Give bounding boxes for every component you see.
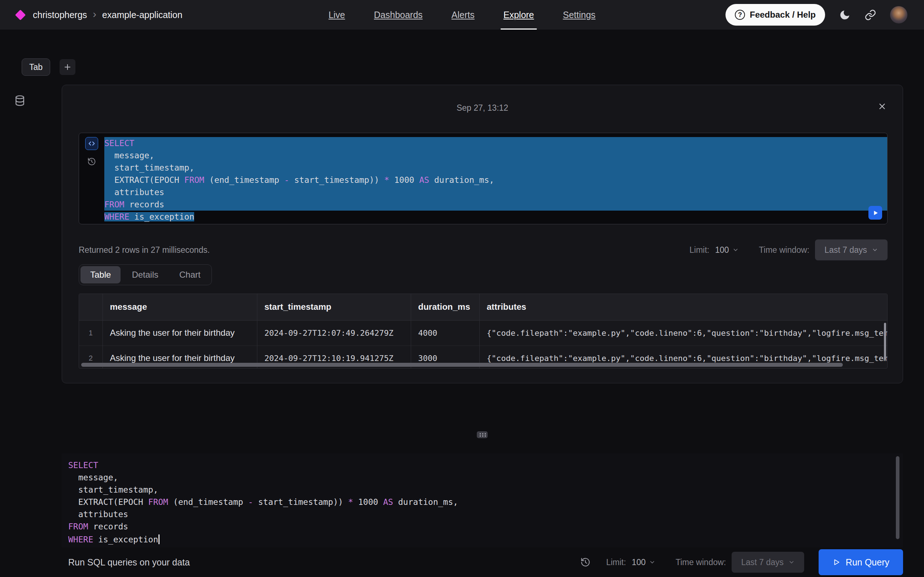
- sql-token: is_exception: [93, 535, 158, 544]
- sql-token: WHERE: [68, 535, 93, 544]
- sql-editor[interactable]: SELECT message, start_timestamp, EXTRACT…: [62, 453, 903, 548]
- table-horizontal-scrollbar[interactable]: [81, 363, 843, 367]
- sql-line: FROM records: [68, 521, 903, 533]
- table-row[interactable]: 1Asking the user for their birthday2024-…: [79, 320, 887, 345]
- sql-token: start_timestamp)): [253, 497, 348, 507]
- result-tab-table[interactable]: Table: [81, 266, 121, 284]
- share-link-button[interactable]: [864, 9, 876, 21]
- close-button[interactable]: [875, 100, 889, 113]
- splitter-handle[interactable]: [477, 431, 488, 438]
- footer-time-window-value: Last 7 days: [741, 558, 783, 567]
- breadcrumb-project[interactable]: example-application: [102, 10, 182, 20]
- link-icon: [864, 9, 876, 21]
- footer-time-window-select[interactable]: Last 7 days: [732, 552, 804, 573]
- nav-menu: LiveDashboardsAlertsExploreSettings: [328, 0, 596, 29]
- sql-line: EXTRACT(EPOCH FROM (end_timestamp - star…: [68, 496, 903, 508]
- sql-token: EXTRACT(EPOCH: [68, 497, 149, 507]
- query-history-card: Sep 27, 13:12 SELECT message, start_time…: [62, 85, 903, 384]
- footer-limit-select[interactable]: 100: [632, 558, 655, 567]
- query-tab[interactable]: Tab: [22, 58, 50, 76]
- history-icon: [87, 157, 96, 166]
- sql-line: message,: [104, 149, 887, 161]
- history-sql-block: SELECT message, start_timestamp, EXTRACT…: [79, 133, 888, 224]
- breadcrumb-org[interactable]: christophergs: [33, 10, 87, 20]
- table-header-row: messagestart_timestampduration_msattribu…: [79, 294, 887, 320]
- sql-line: attributes: [68, 508, 903, 521]
- history-sql-code[interactable]: SELECT message, start_timestamp, EXTRACT…: [104, 133, 887, 224]
- chevron-down-icon: [788, 559, 795, 566]
- sql-token: records: [124, 200, 164, 209]
- run-query-button[interactable]: Run Query: [819, 549, 903, 575]
- sql-token: FROM: [184, 175, 204, 185]
- editor-sql-code[interactable]: SELECT message, start_timestamp, EXTRACT…: [62, 453, 903, 545]
- sql-token: *: [384, 175, 389, 185]
- code-mode-button[interactable]: [85, 137, 98, 150]
- nav-item-alerts[interactable]: Alerts: [452, 0, 475, 29]
- query-history-button[interactable]: [86, 156, 97, 167]
- feedback-help-label: Feedback / Help: [750, 10, 816, 20]
- cell-attributes[interactable]: {"code.filepath":"example.py","code.line…: [479, 320, 887, 345]
- cell-start_timestamp[interactable]: 2024-09-27T12:07:49.264279Z: [257, 320, 411, 345]
- footer-limit-label: Limit:: [606, 558, 626, 567]
- chevron-down-icon: [872, 247, 878, 253]
- sql-token: (end_timestamp: [168, 497, 248, 507]
- run-query-mini-button[interactable]: [868, 206, 882, 220]
- feedback-help-button[interactable]: ? Feedback / Help: [725, 4, 825, 26]
- result-status: Returned 2 rows in 27 milliseconds.: [79, 245, 210, 255]
- cell-duration_ms[interactable]: 4000: [411, 320, 479, 345]
- play-icon: [872, 210, 879, 216]
- history-icon: [580, 557, 591, 567]
- theme-toggle-button[interactable]: [839, 9, 851, 21]
- column-header-row-number: [79, 294, 102, 320]
- column-header-start_timestamp[interactable]: start_timestamp: [257, 294, 411, 320]
- sql-token: start_timestamp)): [289, 175, 384, 185]
- footer-history-button[interactable]: [580, 557, 591, 567]
- chevron-down-icon: [649, 559, 656, 566]
- time-window-value: Last 7 days: [824, 245, 867, 255]
- avatar[interactable]: [890, 6, 908, 23]
- result-tab-chart[interactable]: Chart: [170, 266, 210, 284]
- sql-token: start_timestamp,: [104, 163, 194, 172]
- sql-line: WHERE is_exception: [104, 211, 887, 223]
- sql-token: FROM: [68, 522, 88, 531]
- limit-value: 100: [715, 245, 729, 255]
- sql-token: attributes: [104, 187, 164, 197]
- help-icon: ?: [735, 10, 745, 20]
- column-header-duration_ms[interactable]: duration_ms: [411, 294, 479, 320]
- cell-message[interactable]: Asking the user for their birthday: [102, 320, 257, 345]
- sql-token: AS: [383, 497, 393, 507]
- grip-dots-icon: [479, 433, 486, 437]
- column-header-message[interactable]: message: [102, 294, 257, 320]
- add-tab-button[interactable]: [60, 59, 76, 75]
- editor-scrollbar[interactable]: [896, 456, 900, 539]
- close-icon: [877, 102, 887, 111]
- chevron-down-icon: [732, 247, 739, 253]
- status-row: Returned 2 rows in 27 milliseconds. Limi…: [79, 239, 888, 260]
- breadcrumb-separator-icon: ›: [93, 9, 96, 21]
- schema-database-button[interactable]: [12, 93, 27, 108]
- column-header-attributes[interactable]: attributes: [479, 294, 887, 320]
- limit-select[interactable]: 100: [715, 245, 738, 255]
- sql-token: is_exception: [129, 212, 194, 221]
- result-tab-details[interactable]: Details: [122, 266, 168, 284]
- nav-item-live[interactable]: Live: [328, 0, 345, 29]
- sql-token: SELECT: [104, 139, 134, 148]
- sql-line: EXTRACT(EPOCH FROM (end_timestamp - star…: [104, 174, 887, 186]
- sql-token: duration_ms,: [393, 497, 458, 507]
- sql-token: WHERE: [104, 212, 129, 221]
- sql-line: SELECT: [104, 137, 887, 149]
- footer-bar: Run SQL queries on your data Limit: 100 …: [62, 548, 903, 577]
- nav-item-explore[interactable]: Explore: [504, 0, 534, 29]
- nav-item-settings[interactable]: Settings: [563, 0, 596, 29]
- nav-item-dashboards[interactable]: Dashboards: [374, 0, 423, 29]
- logfire-logo-icon[interactable]: [15, 10, 26, 20]
- results-table: messagestart_timestampduration_msattribu…: [79, 293, 888, 369]
- plus-icon: [63, 63, 72, 71]
- table-body: 1Asking the user for their birthday2024-…: [79, 320, 887, 369]
- sql-line: start_timestamp,: [68, 484, 903, 496]
- top-nav: christophergs › example-application Live…: [0, 0, 924, 29]
- play-icon: [832, 558, 840, 566]
- time-window-select[interactable]: Last 7 days: [815, 239, 888, 260]
- footer-limit-value: 100: [632, 558, 645, 567]
- table-vertical-scrollbar[interactable]: [884, 323, 886, 359]
